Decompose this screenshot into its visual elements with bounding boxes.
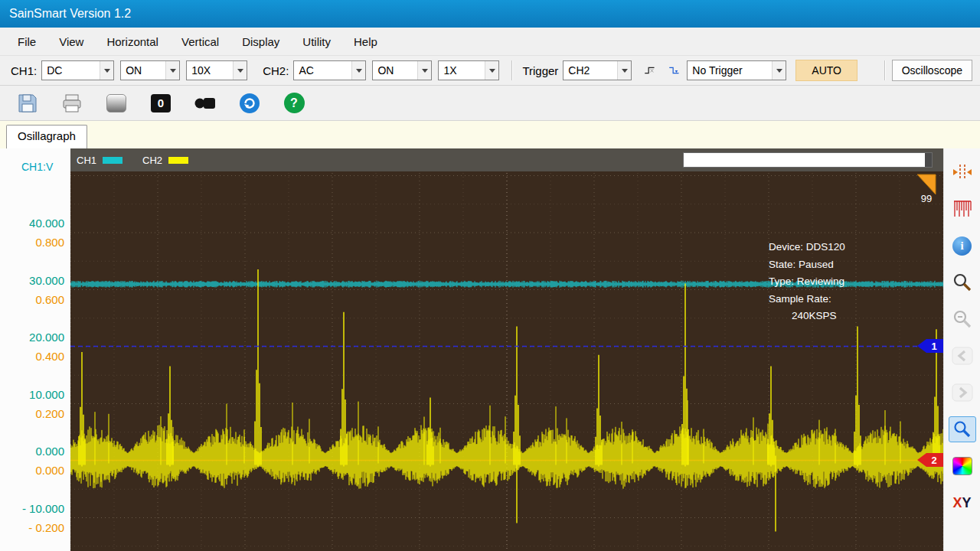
palette-icon (952, 457, 972, 475)
chevron-down-icon (772, 61, 786, 80)
legend: CH1CH2 (77, 148, 188, 171)
axis-gutter: CH1:V 40.00030.00020.00010.0000.000- 10.… (0, 148, 70, 551)
zoom-in-icon (952, 272, 973, 293)
floppy-icon (17, 93, 38, 114)
chevron-down-icon (233, 61, 247, 80)
menu-item-horizontal[interactable]: Horizontal (95, 30, 170, 54)
chevron-down-icon (100, 61, 113, 80)
device-info: Device: DDS120 State: Paused Type: Revie… (769, 239, 845, 325)
sample-lines-icon (952, 199, 972, 219)
legend-ch2: CH2 (142, 155, 188, 166)
ch1-tick: - 10.000 (3, 502, 64, 515)
background-toggle-button[interactable] (103, 90, 130, 116)
toolbar-channels: CH1: DC ON 10X CH2: AC ON 1X Trigger C (0, 55, 980, 86)
ch1-probe-select[interactable]: 10X (186, 60, 247, 80)
search-zoom-button[interactable] (949, 416, 976, 442)
ch1-state-select[interactable]: ON (120, 60, 180, 80)
auto-button[interactable]: AUTO (795, 60, 858, 81)
arrow-right-icon (952, 382, 973, 403)
trigger-source-select[interactable]: CH2 (563, 60, 632, 80)
toolbar-actions: 0 (0, 86, 980, 121)
window-title: SainSmart Version 1.2 (9, 7, 131, 21)
chevron-down-icon (417, 61, 431, 80)
trigger-falling-button[interactable] (664, 60, 685, 80)
tab-osillagraph[interactable]: Osillagraph (6, 125, 87, 148)
toolbar-separator (511, 60, 513, 80)
zero-button[interactable]: 0 (147, 90, 175, 116)
ch2-state-select[interactable]: ON (372, 60, 432, 80)
titlebar[interactable]: SainSmart Version 1.2 (0, 0, 980, 28)
menu-item-help[interactable]: Help (342, 30, 389, 54)
oscilloscope-button[interactable]: Oscilloscope (892, 60, 972, 81)
help-button[interactable] (280, 90, 308, 116)
position-scrollbar[interactable] (683, 152, 933, 168)
menu-item-display[interactable]: Display (230, 30, 291, 54)
xy-mode-button[interactable]: XY (949, 490, 976, 516)
ch2-zero-marker[interactable]: 2 (917, 452, 943, 468)
scope-plot[interactable]: CH1CH2 99 Device: DDS120 State: Paused T… (70, 148, 943, 551)
scope-content: CH1:V 40.00030.00020.00010.0000.000- 10.… (0, 148, 980, 551)
ch1-tick: 0.000 (3, 445, 64, 458)
menu-item-vertical[interactable]: Vertical (170, 30, 230, 54)
printer-icon (61, 93, 83, 113)
search-icon (952, 419, 973, 440)
sample-lines-button[interactable] (949, 196, 976, 222)
forward-button[interactable] (949, 380, 976, 406)
axis-title: CH1:V (21, 161, 53, 173)
menu-item-view[interactable]: View (47, 30, 95, 54)
ch1-tick: 20.000 (3, 331, 64, 344)
background-icon (106, 94, 126, 112)
position-value: 99 (916, 193, 937, 204)
chevron-down-icon (485, 61, 498, 80)
ch1-tick: 30.000 (3, 274, 64, 287)
save-button[interactable] (14, 90, 41, 116)
arrow-left-icon (952, 345, 973, 367)
print-button[interactable] (58, 90, 86, 116)
record-button[interactable] (191, 90, 219, 116)
palette-button[interactable] (949, 453, 976, 479)
ch2-marker-label: 2 (931, 455, 936, 466)
trigger-mode-select[interactable]: No Trigger (687, 60, 786, 80)
app-window: SainSmart Version 1.2 FileViewHorizontal… (0, 0, 980, 551)
rising-edge-icon (644, 62, 656, 79)
menubar: FileViewHorizontalVerticalDisplayUtility… (0, 28, 980, 55)
ch1-coupling-select[interactable]: DC (41, 60, 114, 80)
zoom-in-button[interactable] (949, 269, 976, 295)
ch2-tick: 0.200 (3, 407, 64, 420)
sample-rate-label: Sample Rate: (769, 291, 845, 308)
zoom-out-icon (952, 308, 973, 330)
cursor-position-icon (952, 162, 973, 182)
trigger-rising-button[interactable] (639, 60, 661, 80)
ch1-color-swatch (103, 157, 122, 164)
device-name: Device: DDS120 (769, 239, 845, 256)
refresh-icon (238, 92, 261, 115)
ch2-coupling-select[interactable]: AC (293, 60, 366, 80)
zoom-out-button[interactable] (949, 306, 976, 332)
info-button[interactable] (949, 233, 976, 259)
tab-bar: Osillagraph (0, 121, 980, 148)
help-icon (284, 93, 305, 113)
info-icon (952, 236, 972, 256)
ch2-color-swatch (168, 157, 188, 164)
camera-icon (194, 93, 217, 113)
ch2-tick: 0.400 (3, 350, 64, 363)
chevron-down-icon (351, 61, 365, 80)
trigger-marker-label: 1 (931, 341, 936, 352)
ch2-probe-select[interactable]: 1X (438, 60, 499, 80)
cursor-position-button[interactable] (949, 159, 976, 185)
toolbar-separator (884, 60, 886, 80)
menu-item-utility[interactable]: Utility (291, 30, 342, 54)
device-state: State: Paused (769, 256, 845, 274)
waveform-canvas[interactable] (70, 148, 943, 551)
ch1-tick: 40.000 (3, 217, 64, 230)
trigger-label: Trigger (522, 64, 558, 77)
ch2-label: CH2: (263, 64, 289, 77)
scrollbar-end[interactable] (925, 153, 932, 167)
refresh-button[interactable] (236, 90, 263, 116)
trigger-level-marker[interactable]: 1 (917, 338, 943, 354)
sample-rate-value: 240KSPS (769, 308, 845, 325)
menu-item-file[interactable]: File (6, 30, 47, 54)
ch1-tick: 10.000 (3, 388, 64, 401)
back-button[interactable] (949, 343, 976, 369)
legend-strip: CH1CH2 (70, 148, 943, 171)
